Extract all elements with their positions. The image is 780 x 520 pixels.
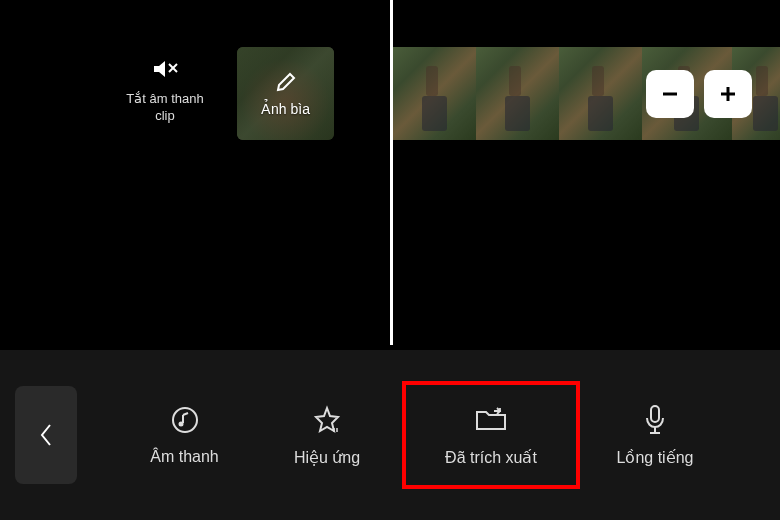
back-button[interactable] bbox=[15, 386, 77, 484]
timeline-frame bbox=[393, 47, 476, 140]
svg-point-6 bbox=[178, 422, 183, 427]
folder-arrow-icon bbox=[474, 404, 508, 436]
timeline-frame bbox=[559, 47, 642, 140]
voiceover-tool-button[interactable]: Lồng tiếng bbox=[580, 385, 730, 485]
bottom-toolbar: Âm thanh Hiệu ứng Đã trích xuất bbox=[0, 350, 780, 520]
svg-rect-9 bbox=[651, 406, 659, 422]
plus-icon bbox=[716, 82, 740, 106]
cover-image-button[interactable]: Ảnh bìa bbox=[237, 47, 334, 140]
effects-tool-button[interactable]: Hiệu ứng bbox=[252, 385, 402, 485]
edit-pencil-icon bbox=[275, 71, 297, 97]
minus-icon bbox=[658, 82, 682, 106]
microphone-icon bbox=[643, 404, 667, 436]
star-sparkle-icon bbox=[312, 404, 342, 436]
cover-image-label: Ảnh bìa bbox=[261, 101, 310, 117]
effects-tool-label: Hiệu ứng bbox=[294, 448, 360, 467]
timeline-playhead[interactable] bbox=[390, 0, 393, 345]
voiceover-tool-label: Lồng tiếng bbox=[617, 448, 694, 467]
zoom-in-button[interactable] bbox=[704, 70, 752, 118]
chevron-left-icon bbox=[38, 422, 54, 448]
audio-tool-label: Âm thanh bbox=[150, 448, 218, 466]
mute-clip-label: Tắt âm thanh clip bbox=[125, 91, 205, 125]
timeline-frame bbox=[476, 47, 559, 140]
mute-clip-button[interactable]: Tắt âm thanh clip bbox=[125, 55, 205, 125]
speaker-mute-icon bbox=[151, 55, 179, 83]
extract-tool-button[interactable]: Đã trích xuất bbox=[402, 381, 580, 489]
extract-tool-label: Đã trích xuất bbox=[445, 448, 537, 467]
zoom-out-button[interactable] bbox=[646, 70, 694, 118]
audio-tool-button[interactable]: Âm thanh bbox=[117, 385, 252, 485]
music-note-icon bbox=[170, 404, 200, 436]
svg-point-5 bbox=[173, 408, 197, 432]
